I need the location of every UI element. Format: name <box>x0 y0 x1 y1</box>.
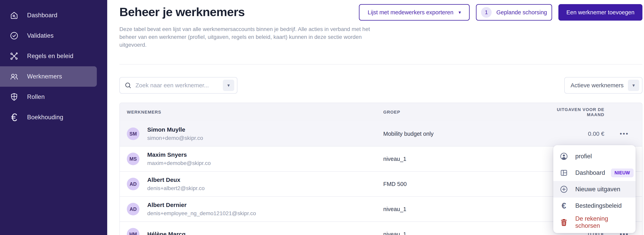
page-title: Beheer je werknemers <box>120 4 245 20</box>
employee-identity: Simon Muyllesimon+demo@skipr.co <box>147 125 203 142</box>
sidebar-item-label: Dashboard <box>27 12 57 19</box>
chevron-down-icon: ▾ <box>632 83 635 88</box>
suspension-count-badge: 1 <box>481 7 492 18</box>
check-circle-icon <box>10 31 19 40</box>
avatar: HM <box>127 228 140 235</box>
filter-selected-value: Actieve werknemers <box>570 82 628 89</box>
sidebar-item-regels-en-beleid[interactable]: Regels en beleid <box>0 46 97 66</box>
group-cell: Mobility budget only <box>383 131 548 137</box>
employee-identity: Albert Dernierdenis+employee_ng_demo1210… <box>147 201 256 218</box>
actions-cell: ••• <box>607 129 642 139</box>
table-controls: ▾ Actieve werknemers ▾ <box>120 77 642 94</box>
group-name: FMD 500 <box>383 181 406 187</box>
employee-name: Albert Dernier <box>147 201 256 209</box>
employee-email: denis+employee_ng_demo121021@skipr.co <box>147 209 256 218</box>
page-header: Beheer je werknemers Lijst met medewerke… <box>120 4 642 20</box>
employee-identity: Albert Deuxdenis+albert2@skipr.co <box>147 176 204 193</box>
filter-caret-button[interactable]: ▾ <box>628 80 639 91</box>
section-divider <box>120 64 642 64</box>
chevron-down-icon: ▾ <box>458 9 461 15</box>
planned-suspension-button[interactable]: 1 Geplande schorsing <box>476 4 552 20</box>
employee-name: Simon Muylle <box>147 125 203 134</box>
employee-identity: Maxim Snyersmaxim+demobe@skipr.co <box>147 150 211 167</box>
sidebar-item-label: Boekhouding <box>27 114 63 121</box>
avatar: MS <box>127 153 140 165</box>
context-menu-item-de-rekening-schorsen[interactable]: De rekening schorsen <box>553 214 636 231</box>
search-input[interactable] <box>135 82 223 89</box>
users-icon <box>10 72 19 81</box>
avatar: AD <box>127 203 140 215</box>
export-employees-label: Lijst met medewerkers exporteren <box>368 9 454 16</box>
employee-name: Maxim Snyers <box>147 150 211 159</box>
group-cell: FMD 500 <box>383 181 548 187</box>
employee-cell: MSMaxim Snyersmaxim+demobe@skipr.co <box>120 150 383 167</box>
header-actions: Lijst met medewerkers exporteren ▾ 1 Gep… <box>359 4 642 20</box>
euro-icon: € <box>10 113 19 122</box>
employee-status-filter[interactable]: Actieve werknemers ▾ <box>564 77 642 94</box>
context-menu-item-label: Bestedingsbeleid <box>575 202 622 209</box>
row-actions-button[interactable]: ••• <box>618 129 631 139</box>
sidebar-item-label: Rollen <box>27 93 45 100</box>
employee-cell: HMHélène Marcq <box>120 228 383 235</box>
network-icon <box>10 51 19 61</box>
context-menu-item-dashboard[interactable]: DashboardNIEUW <box>553 165 636 181</box>
expenses-cell: 0.00 € <box>548 130 607 137</box>
employee-email: maxim+demobe@skipr.co <box>147 159 211 167</box>
month-expenses-value: 0.00 € <box>588 130 604 137</box>
row-context-menu: profielDashboardNIEUWNieuwe uitgaven€Bes… <box>553 145 636 233</box>
context-menu-item-label: De rekening schorsen <box>575 215 630 229</box>
column-header-expenses: UITGAVEN VOOR DE MAAND <box>548 107 607 117</box>
employee-cell: ADAlbert Dernierdenis+employee_ng_demo12… <box>120 201 383 218</box>
chevron-down-icon: ▾ <box>227 83 230 88</box>
sidebar-item-dashboard[interactable]: Dashboard <box>0 5 97 25</box>
planned-suspension-label: Geplande schorsing <box>496 9 547 16</box>
context-menu-item-label: profiel <box>575 153 592 160</box>
trash-icon <box>560 218 568 227</box>
group-cell: niveau_1 <box>383 206 548 213</box>
export-employees-button[interactable]: Lijst met medewerkers exporteren ▾ <box>359 4 470 20</box>
dashboard-icon <box>560 169 568 177</box>
add-employee-label: Een werknemer toevoegen <box>566 9 634 16</box>
euro-sign-icon: € <box>560 202 568 210</box>
sidebar-item-label: Werknemers <box>27 73 62 80</box>
avatar: AD <box>127 178 140 190</box>
employee-email: simon+demo@skipr.co <box>147 134 203 142</box>
sidebar-item-label: Validaties <box>27 32 54 39</box>
context-menu-item-label: Dashboard <box>575 169 605 176</box>
avatar: SM <box>127 128 140 140</box>
group-name: niveau_1 <box>383 231 406 235</box>
add-employee-button[interactable]: Een werknemer toevoegen <box>558 4 642 20</box>
search-options-button[interactable]: ▾ <box>223 80 234 91</box>
sidebar-item-label: Regels en beleid <box>27 53 74 60</box>
sidebar-item-rollen[interactable]: Rollen <box>0 87 97 107</box>
employee-cell: SMSimon Muyllesimon+demo@skipr.co <box>120 125 383 142</box>
shield-icon <box>10 92 19 102</box>
group-name: niveau_1 <box>383 206 406 212</box>
page-description: Deze tabel bevat een lijst van alle werk… <box>120 25 382 49</box>
group-name: Mobility budget only <box>383 131 434 137</box>
plus-circle-icon <box>560 185 568 194</box>
nieuw-badge: NIEUW <box>611 169 634 177</box>
context-menu-item-bestedingsbeleid[interactable]: €Bestedingsbeleid <box>553 198 636 214</box>
context-menu-item-label: Nieuwe uitgaven <box>575 186 620 193</box>
table-header-row: WERKNEMERS GROEP UITGAVEN VOOR DE MAAND <box>120 103 642 121</box>
employee-search: ▾ <box>120 77 238 94</box>
sidebar-item-werknemers[interactable]: Werknemers <box>0 66 97 87</box>
group-cell: niveau_1 <box>383 231 548 235</box>
employee-identity: Hélène Marcq <box>147 230 186 235</box>
employee-name: Albert Deux <box>147 176 204 184</box>
group-cell: niveau_1 <box>383 156 548 162</box>
column-header-employees: WERKNEMERS <box>120 110 383 115</box>
search-icon <box>124 81 132 89</box>
context-menu-item-profiel[interactable]: profiel <box>553 148 636 165</box>
column-header-group: GROEP <box>383 110 548 115</box>
employee-name: Hélène Marcq <box>147 230 186 235</box>
table-row[interactable]: SMSimon Muyllesimon+demo@skipr.coMobilit… <box>120 121 642 147</box>
home-icon <box>10 10 19 20</box>
sidebar-item-validaties[interactable]: Validaties <box>0 25 97 46</box>
user-circle-icon <box>560 152 568 161</box>
context-menu-item-nieuwe-uitgaven[interactable]: Nieuwe uitgaven <box>553 181 636 198</box>
employee-email: denis+albert2@skipr.co <box>147 184 204 193</box>
sidebar-item-boekhouding[interactable]: €Boekhouding <box>0 107 97 128</box>
group-name: niveau_1 <box>383 156 406 162</box>
